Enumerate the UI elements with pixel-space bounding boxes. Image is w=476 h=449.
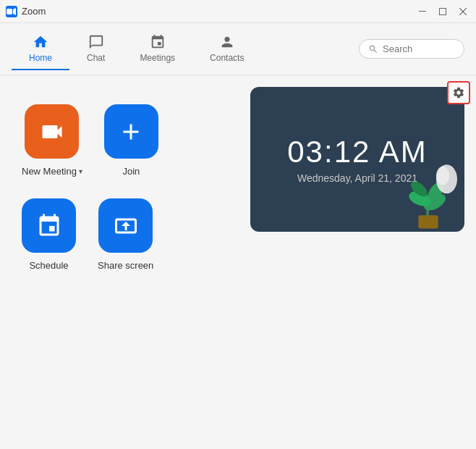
share-screen-label: Share screen (98, 260, 153, 271)
tab-meetings[interactable]: Meetings (122, 28, 192, 70)
meetings-icon (150, 34, 166, 50)
tab-home-label: Home (29, 53, 52, 63)
tab-contacts-label: Contacts (210, 53, 244, 63)
action-row-2: Schedule Share screen (22, 198, 223, 271)
svg-rect-7 (418, 215, 438, 228)
tab-contacts[interactable]: Contacts (192, 28, 261, 70)
left-panel: New Meeting ▾ Join (0, 75, 245, 449)
join-label: Join (122, 166, 140, 177)
zoom-app-icon (6, 6, 17, 17)
nav-tabs: Home Chat Meetings Contacts (12, 28, 359, 70)
settings-button[interactable] (447, 81, 470, 104)
contacts-icon (219, 34, 235, 50)
schedule-label: Schedule (29, 260, 68, 271)
join-button[interactable] (104, 104, 158, 159)
new-meeting-item[interactable]: New Meeting ▾ (22, 104, 82, 177)
title-bar-left: Zoom (6, 6, 46, 17)
search-input[interactable] (383, 43, 455, 54)
new-meeting-label: New Meeting ▾ (22, 166, 82, 177)
svg-point-14 (436, 167, 449, 185)
join-item[interactable]: Join (104, 104, 158, 177)
share-screen-button[interactable] (98, 198, 153, 253)
clock-widget: 03:12 AM Wednesday, April 21, 2021 (250, 87, 464, 232)
dropdown-arrow-icon: ▾ (79, 167, 82, 175)
maximize-button[interactable] (435, 4, 450, 19)
svg-rect-3 (419, 11, 426, 12)
close-button[interactable] (456, 4, 470, 19)
chat-icon (88, 34, 104, 50)
search-icon (368, 44, 378, 54)
action-row-1: New Meeting ▾ Join (22, 104, 223, 177)
app-title: Zoom (22, 6, 46, 17)
right-panel: 03:12 AM Wednesday, April 21, 2021 (245, 75, 476, 449)
window-controls (415, 4, 470, 19)
schedule-item[interactable]: Schedule (22, 198, 76, 271)
svg-rect-4 (440, 8, 446, 14)
svg-rect-2 (7, 9, 12, 14)
tab-meetings-label: Meetings (140, 53, 175, 63)
tab-chat-label: Chat (87, 53, 105, 63)
video-camera-icon (39, 119, 65, 145)
calendar-icon (36, 213, 62, 239)
gear-icon (452, 86, 465, 99)
minimize-button[interactable] (415, 4, 430, 19)
share-screen-icon (113, 213, 139, 239)
main-content: New Meeting ▾ Join (0, 75, 476, 449)
tab-chat[interactable]: Chat (69, 28, 122, 70)
tab-home[interactable]: Home (12, 28, 69, 70)
nav-bar: Home Chat Meetings Contacts (0, 23, 476, 75)
schedule-button[interactable] (22, 198, 76, 253)
home-icon (33, 34, 48, 50)
plant-decoration (399, 159, 457, 232)
search-box[interactable] (359, 39, 464, 59)
share-screen-item[interactable]: Share screen (98, 198, 153, 271)
title-bar: Zoom (0, 0, 476, 23)
plus-icon (118, 119, 144, 145)
new-meeting-button[interactable] (25, 104, 79, 159)
